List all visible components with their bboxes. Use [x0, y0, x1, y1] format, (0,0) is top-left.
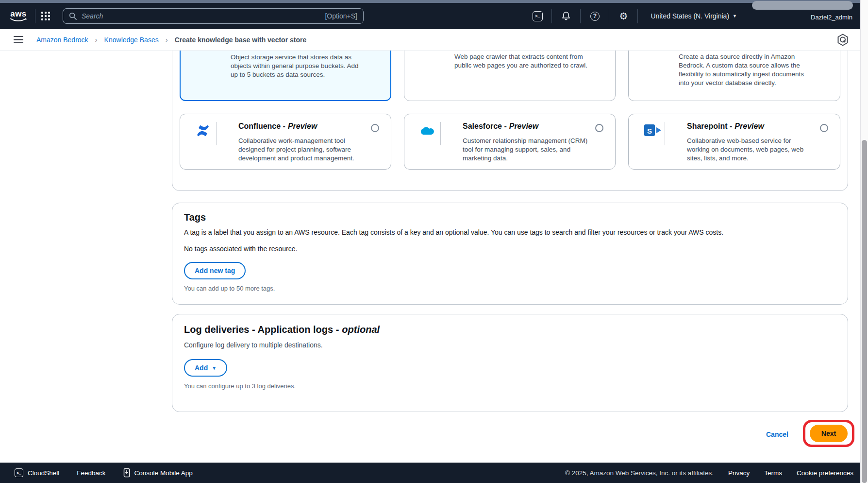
terminal-icon: >_ [15, 468, 23, 477]
log-deliveries-title-text: Log deliveries - Application logs - [184, 324, 339, 335]
add-log-delivery-button[interactable]: Add ▼ [184, 359, 227, 377]
optional-label: optional [342, 324, 380, 335]
breadcrumb-link-knowledge-bases[interactable]: Knowledge Bases [104, 36, 159, 44]
add-log-delivery-label: Add [195, 364, 208, 372]
window-top-edge [0, 0, 868, 3]
aws-logo-text: aws [10, 10, 27, 18]
search-box[interactable]: [Option+S] [63, 8, 364, 24]
tags-empty-state: No tags associated with the resource. [184, 245, 836, 253]
menu-icon[interactable] [14, 36, 23, 44]
help-icon: ? [590, 12, 600, 21]
confluence-icon [195, 123, 211, 138]
data-source-description: Collaborative work-management tool desig… [238, 137, 365, 163]
footer-mobile-app-button[interactable]: Console Mobile App [123, 468, 193, 478]
tags-section: Tags A tag is a label that you assign to… [172, 203, 848, 305]
tags-description: A tag is a label that you assign to an A… [184, 228, 836, 236]
scrollbar-track[interactable] [860, 0, 868, 483]
preview-label: Preview [734, 122, 764, 130]
redacted-region [752, 1, 853, 10]
search-icon [69, 12, 77, 20]
services-grid-icon[interactable] [41, 12, 50, 20]
tags-limit-hint: You can add up to 50 more tags. [184, 285, 836, 292]
bell-icon [561, 11, 571, 21]
amazon-q-icon[interactable] [837, 34, 849, 46]
footer-link-cookie-preferences[interactable]: Cookie preferences [797, 469, 853, 477]
header-divider [35, 9, 35, 23]
data-source-description: Web page crawler that extracts content f… [454, 52, 590, 70]
source-name: Salesforce - [463, 122, 507, 130]
salesforce-icon [419, 125, 436, 138]
chevron-right-icon: › [95, 35, 98, 44]
data-source-title: Confluence -Preview [238, 122, 317, 131]
salesforce-radio[interactable] [595, 124, 603, 132]
account-username: Daziel2_admin [811, 14, 852, 21]
header-divider [580, 9, 581, 23]
header-divider [609, 9, 609, 23]
header-divider [637, 9, 638, 23]
log-deliveries-limit-hint: You can configure up to 3 log deliveries… [184, 382, 836, 390]
data-source-card-salesforce[interactable]: Salesforce -Preview Customer relationshi… [404, 114, 616, 170]
aws-smile-icon [10, 18, 27, 22]
log-deliveries-description: Configure log delivery to multiple desti… [184, 341, 836, 349]
search-input[interactable] [82, 12, 325, 20]
preview-label: Preview [509, 122, 538, 130]
data-source-title: Sharepoint -Preview [687, 122, 764, 131]
copyright-text: © 2025, Amazon Web Services, Inc. or its… [565, 469, 714, 477]
cloudshell-button[interactable]: >_ [529, 8, 546, 24]
data-source-description: Customer relationship management (CRM) t… [463, 137, 589, 163]
caret-down-icon: ▼ [212, 365, 217, 371]
data-source-description: Collaborative web-based service for work… [687, 137, 813, 163]
mobile-phone-icon [123, 468, 130, 478]
cloudshell-label: CloudShell [28, 469, 59, 477]
aws-logo[interactable]: aws [8, 10, 29, 22]
footer-cloudshell-button[interactable]: >_ CloudShell [15, 468, 59, 477]
preview-label: Preview [288, 122, 317, 130]
aws-console-page: aws [Option+S] >_ [0, 0, 868, 483]
sharepoint-radio[interactable] [820, 124, 828, 132]
card-divider [216, 122, 217, 145]
data-source-card-confluence[interactable]: Confluence -Preview Collaborative work-m… [180, 114, 391, 170]
add-new-tag-label: Add new tag [195, 267, 235, 275]
source-name: Sharepoint - [687, 122, 732, 130]
svg-text:S: S [647, 127, 652, 135]
mobile-app-label: Console Mobile App [134, 469, 193, 477]
console-footer: >_ CloudShell Feedback Console Mobile Ap… [0, 463, 868, 483]
data-source-description: Object storage service that stores data … [231, 53, 367, 79]
next-button[interactable]: Next [810, 425, 848, 442]
gear-icon: ⚙ [619, 11, 628, 21]
breadcrumb: Amazon Bedrock › Knowledge Bases › Creat… [0, 29, 868, 51]
scrollbar-thumb[interactable] [862, 140, 867, 483]
notifications-button[interactable] [558, 8, 574, 24]
data-source-title: Salesforce -Preview [463, 122, 538, 131]
footer-feedback-button[interactable]: Feedback [77, 469, 105, 477]
app-header: aws [Option+S] >_ [0, 3, 868, 29]
card-divider [440, 122, 441, 145]
help-button[interactable]: ? [586, 8, 603, 24]
breadcrumb-link-amazon-bedrock[interactable]: Amazon Bedrock [36, 36, 88, 44]
add-new-tag-button[interactable]: Add new tag [184, 262, 246, 279]
feedback-label: Feedback [77, 469, 105, 477]
source-name: Confluence - [238, 122, 285, 130]
footer-link-privacy[interactable]: Privacy [728, 469, 750, 477]
confluence-radio[interactable] [371, 124, 379, 132]
header-actions: >_ ? ⚙ United States (N. Virginia) ▼ [529, 8, 737, 24]
data-source-description: Create a data source directly in Amazon … [679, 52, 815, 87]
terminal-icon: >_ [533, 11, 543, 21]
cancel-button[interactable]: Cancel [766, 431, 788, 438]
data-source-card-sharepoint[interactable]: S Sharepoint -Preview Collaborative web-… [628, 114, 840, 170]
region-selector[interactable]: United States (N. Virginia) ▼ [651, 12, 737, 20]
settings-button[interactable]: ⚙ [615, 8, 632, 24]
footer-link-terms[interactable]: Terms [764, 469, 782, 477]
sharepoint-icon: S [643, 123, 663, 138]
region-label: United States (N. Virginia) [651, 12, 729, 20]
search-shortcut: [Option+S] [325, 12, 357, 20]
header-divider [551, 9, 552, 23]
chevron-down-icon: ▼ [733, 14, 737, 18]
tags-title: Tags [184, 212, 836, 223]
page-title: Create knowledge base with vector store [175, 36, 307, 44]
card-divider [665, 122, 665, 145]
chevron-right-icon: › [166, 35, 168, 44]
log-deliveries-title: Log deliveries - Application logs -optio… [184, 324, 836, 335]
log-deliveries-section: Log deliveries - Application logs -optio… [172, 314, 848, 412]
